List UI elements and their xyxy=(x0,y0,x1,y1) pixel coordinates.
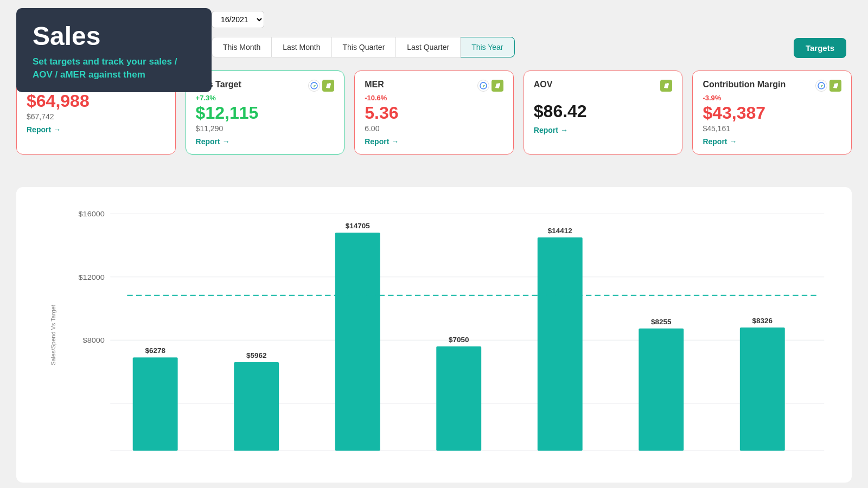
card-icons-4 xyxy=(660,80,672,92)
chart-y-label: Sales/Spend Vs Target xyxy=(50,305,56,365)
card-change-2: +7.3% xyxy=(196,94,335,102)
card-header-2: d vs Target xyxy=(196,80,335,92)
svg-text:$6278: $6278 xyxy=(145,347,165,355)
bar-jun xyxy=(639,329,684,451)
metric-card-contribution: Contribution Margin -3.9% $43,387 $45,16… xyxy=(692,70,852,155)
filter-bar: This Month Last Month This Quarter Last … xyxy=(212,37,515,57)
svg-text:$16000: $16000 xyxy=(79,209,105,217)
card-sub-value-2: $11,290 xyxy=(196,124,335,133)
bar-jul xyxy=(740,328,785,451)
card-main-value-5: $43,387 xyxy=(703,103,841,123)
card-sub-value-3: 6.00 xyxy=(365,124,503,133)
card-title-5: Contribution Margin xyxy=(703,80,786,89)
card-icons-3 xyxy=(477,80,503,92)
card-report-link-5[interactable]: Report → xyxy=(703,137,737,146)
card-main-value-2: $12,115 xyxy=(196,103,335,123)
card-sub-value-5: $45,161 xyxy=(703,124,841,133)
shopify-icon-2 xyxy=(322,80,334,92)
targets-button[interactable]: Targets xyxy=(794,38,846,58)
sales-overlay: Sales Set targets and track your sales /… xyxy=(16,8,212,92)
chart-container: Sales/Spend Vs Target $16000 $12000 $800… xyxy=(16,187,852,483)
filter-this-year[interactable]: This Year xyxy=(461,37,514,57)
svg-text:$14705: $14705 xyxy=(346,222,370,230)
card-main-value-1: $64,988 xyxy=(27,91,165,111)
svg-text:$8000: $8000 xyxy=(83,336,105,344)
card-change-3: -10.6% xyxy=(365,94,503,102)
filter-this-quarter[interactable]: This Quarter xyxy=(332,37,397,57)
chart-svg-wrapper: $16000 $12000 $8000 $6278 $5962 $14705 $… xyxy=(60,198,835,472)
card-icons-2 xyxy=(308,80,334,92)
card-sub-value-1: $67,742 xyxy=(27,112,165,121)
card-main-value-4: $86.42 xyxy=(534,101,673,121)
card-title-4: AOV xyxy=(534,80,553,89)
metric-card-mer: MER -10.6% 5.36 6.00 Report → xyxy=(354,70,514,155)
card-header-5: Contribution Margin xyxy=(703,80,841,92)
card-report-link-3[interactable]: Report → xyxy=(365,137,399,146)
sales-title: Sales xyxy=(33,21,195,51)
google-icon-2 xyxy=(308,80,320,92)
card-report-link-2[interactable]: Report → xyxy=(196,137,230,146)
filter-this-month[interactable]: This Month xyxy=(212,37,272,57)
bar-mar xyxy=(335,233,380,451)
svg-text:$8255: $8255 xyxy=(651,318,671,326)
card-icons-5 xyxy=(815,80,841,92)
card-header-4: AOV xyxy=(534,80,673,92)
card-change-5: -3.9% xyxy=(703,94,841,102)
google-icon-3 xyxy=(477,80,489,92)
card-title-3: MER xyxy=(365,80,384,89)
svg-text:$12000: $12000 xyxy=(79,273,105,281)
bar-jan xyxy=(133,357,178,451)
google-icon-5 xyxy=(815,80,827,92)
date-select[interactable]: 16/2021 15/2021 14/2021 xyxy=(212,11,264,28)
card-report-link-1[interactable]: Report → xyxy=(27,125,61,134)
svg-text:$14412: $14412 xyxy=(548,227,572,235)
filter-last-quarter[interactable]: Last Quarter xyxy=(396,37,461,57)
bar-feb xyxy=(234,362,279,451)
shopify-icon-5 xyxy=(829,80,841,92)
card-report-link-4[interactable]: Report → xyxy=(534,126,568,134)
bar-may xyxy=(538,237,583,451)
chart-svg: $16000 $12000 $8000 $6278 $5962 $14705 $… xyxy=(60,198,835,472)
shopify-icon-3 xyxy=(492,80,503,92)
metric-card-aov: AOV $86.42 Report → xyxy=(524,70,683,155)
shopify-icon-4 xyxy=(660,80,672,92)
date-dropdown-wrapper: 16/2021 15/2021 14/2021 xyxy=(212,11,264,28)
svg-text:$7050: $7050 xyxy=(449,336,469,344)
card-header-3: MER xyxy=(365,80,503,92)
filter-last-month[interactable]: Last Month xyxy=(272,37,331,57)
card-main-value-3: 5.36 xyxy=(365,103,503,123)
svg-text:$8326: $8326 xyxy=(752,317,773,325)
sales-subtitle: Set targets and track your sales / AOV /… xyxy=(33,55,195,81)
bar-apr xyxy=(436,346,481,451)
svg-text:$5962: $5962 xyxy=(246,352,266,360)
